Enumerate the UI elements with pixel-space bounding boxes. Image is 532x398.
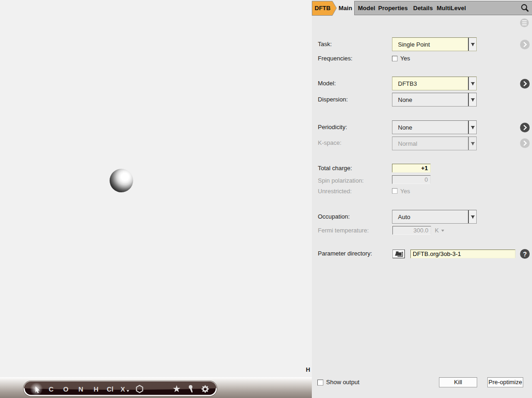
svg-text:?: ?	[523, 250, 527, 258]
svg-text:C: C	[49, 386, 54, 393]
svg-text:H: H	[94, 386, 98, 393]
svg-text:O: O	[63, 386, 68, 393]
svg-text:X: X	[121, 386, 125, 393]
svg-text:N: N	[78, 386, 83, 393]
svg-text:Cl: Cl	[107, 386, 114, 393]
